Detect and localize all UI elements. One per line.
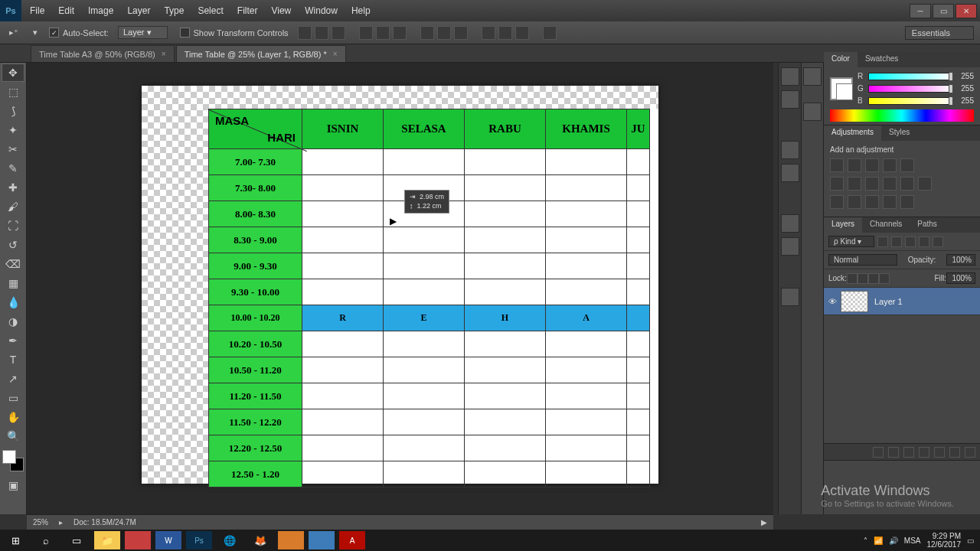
filter-pixel-icon[interactable] bbox=[877, 236, 888, 247]
fx-icon[interactable] bbox=[888, 447, 899, 458]
language-indicator[interactable]: MSA bbox=[904, 536, 921, 545]
tab-channels[interactable]: Channels bbox=[862, 217, 910, 233]
histogram-panel-icon[interactable] bbox=[803, 103, 822, 121]
group-icon[interactable] bbox=[934, 447, 945, 458]
tray-chevron-icon[interactable]: ˄ bbox=[864, 536, 867, 545]
lock-all-icon[interactable] bbox=[879, 273, 890, 284]
lock-position-icon[interactable] bbox=[868, 273, 879, 284]
align-bottom-icon[interactable] bbox=[332, 26, 345, 40]
canvas-area[interactable]: MASA HARI ISNIN SELASA RABU KHAMIS JU 7.… bbox=[27, 63, 773, 514]
search-icon[interactable]: ⌕ bbox=[31, 530, 61, 551]
color-balance-icon[interactable] bbox=[848, 177, 861, 191]
tab-swatches[interactable]: Swatches bbox=[858, 52, 906, 67]
lock-pixels-icon[interactable] bbox=[858, 273, 868, 284]
close-icon[interactable]: × bbox=[333, 50, 338, 58]
align-top-icon[interactable] bbox=[298, 26, 312, 40]
gradient-tool-icon[interactable]: ▦ bbox=[2, 274, 24, 292]
photoshop-icon[interactable]: Ps bbox=[186, 531, 212, 549]
word-icon[interactable]: W bbox=[155, 531, 181, 549]
lock-transparent-icon[interactable] bbox=[847, 273, 858, 284]
task-view-icon[interactable]: ▭ bbox=[61, 530, 92, 551]
brightness-icon[interactable] bbox=[830, 158, 844, 172]
layer-item[interactable]: 👁 Layer 1 bbox=[824, 288, 980, 315]
paragraph-panel-icon[interactable] bbox=[781, 237, 799, 256]
align-vcenter-icon[interactable] bbox=[315, 26, 328, 40]
align-left-icon[interactable] bbox=[359, 26, 373, 40]
stamp-tool-icon[interactable]: ⛶ bbox=[2, 217, 24, 235]
eyedropper-tool-icon[interactable]: ✎ bbox=[2, 159, 24, 178]
tab-adjustments[interactable]: Adjustments bbox=[824, 126, 881, 141]
auto-select-checkbox[interactable]: ✓ bbox=[49, 28, 59, 37]
exposure-icon[interactable] bbox=[883, 158, 897, 172]
dist-bottom-icon[interactable] bbox=[454, 26, 468, 40]
filter-type-icon[interactable] bbox=[905, 236, 916, 247]
delete-icon[interactable] bbox=[965, 447, 975, 458]
r-slider[interactable] bbox=[868, 73, 952, 80]
properties-panel-icon[interactable] bbox=[781, 141, 799, 159]
color-swatch-icon[interactable] bbox=[830, 77, 853, 100]
explorer-icon[interactable]: 📁 bbox=[94, 531, 120, 549]
tab-paths[interactable]: Paths bbox=[910, 217, 945, 233]
gradient-map-icon[interactable] bbox=[883, 195, 897, 209]
layer-thumbnail[interactable] bbox=[841, 291, 868, 312]
b-value[interactable]: 255 bbox=[956, 96, 974, 105]
options-dropdown-icon[interactable]: ▾ bbox=[28, 25, 43, 41]
blend-mode-select[interactable]: Normal bbox=[828, 254, 897, 266]
maximize-button[interactable]: ▭ bbox=[933, 4, 954, 18]
g-value[interactable]: 255 bbox=[956, 84, 974, 93]
menu-file[interactable]: File bbox=[23, 3, 51, 18]
menu-filter[interactable]: Filter bbox=[230, 3, 265, 18]
show-transform-checkbox[interactable] bbox=[180, 28, 190, 37]
lookup-icon[interactable] bbox=[918, 177, 932, 191]
photo-filter-icon[interactable] bbox=[883, 177, 897, 191]
wand-tool-icon[interactable]: ✦ bbox=[2, 121, 24, 139]
filter-shape-icon[interactable] bbox=[919, 236, 929, 247]
mask-icon[interactable] bbox=[903, 447, 914, 458]
align-right-icon[interactable] bbox=[393, 26, 407, 40]
brush-panel-icon[interactable] bbox=[781, 288, 799, 306]
foreground-background-swatch[interactable] bbox=[2, 450, 24, 471]
minimize-button[interactable]: ─ bbox=[910, 4, 931, 18]
brush-tool-icon[interactable]: 🖌 bbox=[2, 197, 24, 216]
filter-smart-icon[interactable] bbox=[933, 236, 943, 247]
lasso-tool-icon[interactable]: ⟆ bbox=[2, 102, 24, 120]
hand-tool-icon[interactable]: ✋ bbox=[2, 408, 24, 426]
dist-left-icon[interactable] bbox=[482, 26, 495, 40]
visibility-icon[interactable]: 👁 bbox=[824, 297, 841, 306]
opacity-value[interactable]: 100% bbox=[946, 254, 975, 266]
start-button[interactable]: ⊞ bbox=[0, 530, 31, 551]
invert-icon[interactable] bbox=[830, 195, 844, 209]
menu-view[interactable]: View bbox=[264, 3, 298, 18]
status-arrow-icon[interactable]: ▶ bbox=[761, 518, 767, 527]
quickmask-icon[interactable]: ▣ bbox=[2, 476, 24, 494]
filter-adj-icon[interactable] bbox=[891, 236, 902, 247]
doc-info[interactable]: Doc: 18.5M/24.7M bbox=[74, 518, 136, 527]
history-panel-icon[interactable] bbox=[781, 67, 799, 86]
vibrance-icon[interactable] bbox=[900, 158, 914, 172]
dist-hcenter-icon[interactable] bbox=[498, 26, 512, 40]
workspace-select[interactable]: Essentials bbox=[905, 26, 974, 40]
r-value[interactable]: 255 bbox=[956, 72, 974, 80]
menu-layer[interactable]: Layer bbox=[120, 3, 157, 18]
dodge-tool-icon[interactable]: ◑ bbox=[2, 312, 24, 331]
auto-align-icon[interactable] bbox=[543, 26, 557, 40]
dist-top-icon[interactable] bbox=[420, 26, 434, 40]
selective-color-icon[interactable] bbox=[900, 195, 914, 209]
move-tool-icon[interactable]: ✥ bbox=[2, 64, 24, 82]
info-panel-icon[interactable] bbox=[781, 164, 799, 182]
clock[interactable]: 9:29 PM 12/6/2017 bbox=[927, 532, 962, 549]
menu-window[interactable]: Window bbox=[298, 3, 345, 18]
network-icon[interactable]: 📶 bbox=[874, 536, 883, 545]
type-tool-icon[interactable]: T bbox=[2, 350, 24, 369]
bw-icon[interactable] bbox=[865, 177, 879, 191]
b-slider[interactable] bbox=[868, 97, 952, 105]
app-icon-2[interactable] bbox=[278, 531, 304, 549]
channel-mixer-icon[interactable] bbox=[900, 177, 914, 191]
new-layer-icon[interactable] bbox=[949, 447, 960, 458]
menu-image[interactable]: Image bbox=[81, 3, 120, 18]
close-button[interactable]: ✕ bbox=[956, 4, 977, 18]
character-panel-icon[interactable] bbox=[781, 214, 799, 233]
app-icon-3[interactable] bbox=[309, 531, 335, 549]
path-tool-icon[interactable]: ↗ bbox=[2, 370, 24, 388]
layer-filter-kind[interactable]: ρ Kind ▾ bbox=[828, 236, 874, 247]
